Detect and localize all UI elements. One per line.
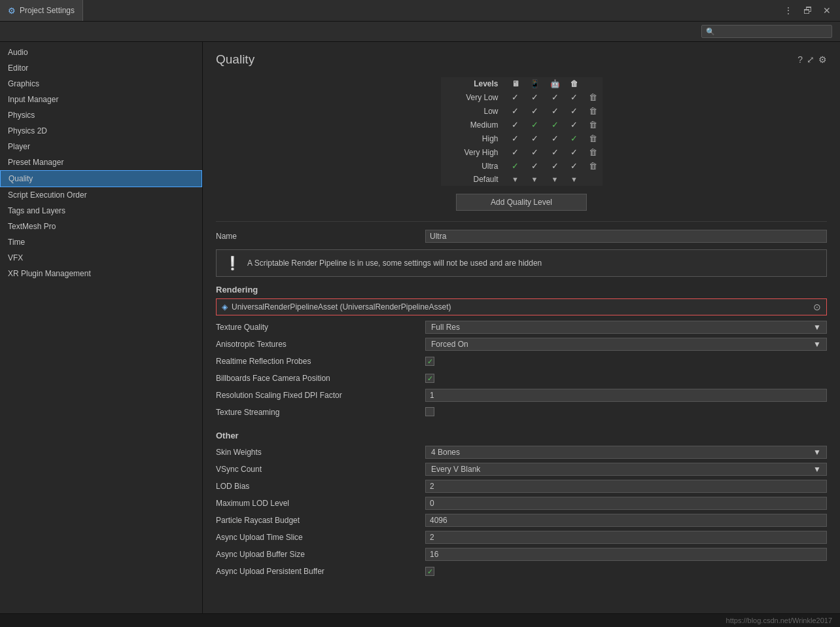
sidebar-item-preset-manager[interactable]: Preset Manager [0, 154, 202, 170]
name-input[interactable] [425, 230, 827, 243]
table-row: Medium✓✓✓✓🗑 [441, 118, 603, 132]
texture-streaming-value [425, 407, 827, 418]
texture-streaming-checkbox[interactable] [425, 407, 434, 416]
anisotropic-text: Forced On [431, 340, 468, 349]
search-wrap[interactable]: 🔍 [701, 25, 832, 38]
level-name: Medium [441, 118, 506, 132]
realtime-reflection-checkbox[interactable] [425, 357, 434, 366]
vsync-dropdown[interactable]: Every V Blank ▼ [425, 463, 827, 476]
sidebar-item-vfx[interactable]: VFX [0, 250, 202, 266]
table-row: Very High✓✓✓✓🗑 [441, 145, 603, 159]
sidebar-item-physics[interactable]: Physics [0, 107, 202, 123]
texture-streaming-label: Texture Streaming [216, 408, 425, 417]
default-arrow-2[interactable]: ▼ [531, 175, 538, 183]
anisotropic-value: Forced On ▼ [425, 338, 827, 351]
titlebar-tab[interactable]: ⚙ Project Settings [0, 0, 83, 21]
check-icon: ✓ [570, 106, 578, 116]
sidebar-item-textmesh[interactable]: TextMesh Pro [0, 219, 202, 234]
other-section-header: Other [216, 431, 827, 440]
check-icon: ✓ [570, 161, 578, 171]
sidebar-item-audio[interactable]: Audio [0, 45, 202, 60]
async-time-input[interactable] [425, 531, 827, 544]
skin-weights-dropdown[interactable]: 4 Bones ▼ [425, 446, 827, 459]
trash-icon[interactable]: 🗑 [589, 134, 597, 143]
settings-icon[interactable]: ⚙ [818, 54, 827, 65]
check-icon: ✓ [551, 92, 559, 102]
texture-quality-dropdown[interactable]: Full Res ▼ [425, 321, 827, 334]
sidebar-item-time[interactable]: Time [0, 234, 202, 250]
help-icon[interactable]: ? [797, 54, 803, 65]
default-arrow-3[interactable]: ▼ [551, 175, 559, 183]
render-asset-select-btn[interactable]: ⊙ [813, 302, 821, 312]
sidebar-item-quality[interactable]: Quality [0, 170, 202, 187]
sidebar-item-player[interactable]: Player [0, 139, 202, 154]
sidebar-item-physics-2d[interactable]: Physics 2D [0, 123, 202, 139]
particle-raycast-input[interactable] [425, 514, 827, 527]
check-icon: ✓ [551, 106, 559, 116]
realtime-reflection-row: Realtime Reflection Probes [216, 353, 827, 369]
async-persistent-checkbox[interactable] [425, 567, 434, 576]
platform-icon-ios: 📱 [525, 77, 545, 90]
search-input[interactable] [718, 27, 828, 36]
vsync-value: Every V Blank ▼ [425, 463, 827, 476]
trash-icon[interactable]: 🗑 [589, 147, 597, 157]
check-icon: ✓ [512, 161, 519, 171]
more-button[interactable]: ⋮ [780, 4, 797, 17]
render-pipeline-asset-row[interactable]: ◈ UniversalRenderPipelineAsset (Universa… [216, 298, 827, 315]
close-button[interactable]: ✕ [819, 4, 835, 17]
check-icon: ✓ [512, 147, 519, 157]
trash-icon[interactable]: 🗑 [589, 106, 597, 116]
billboards-row: Billboards Face Camera Position [216, 370, 827, 386]
default-arrow-1[interactable]: ▼ [512, 175, 519, 183]
check-icon: ✓ [531, 134, 538, 143]
expand-icon[interactable]: ⤢ [807, 54, 814, 65]
sidebar-item-editor[interactable]: Editor [0, 60, 202, 76]
check-icon: ✓ [531, 120, 538, 130]
check-icon: ✓ [570, 92, 578, 102]
sidebar-item-xr[interactable]: XR Plugin Management [0, 266, 202, 281]
lod-bias-input[interactable] [425, 480, 827, 493]
table-row: Ultra✓✓✓✓🗑 [441, 159, 603, 173]
texture-quality-row: Texture Quality Full Res ▼ [216, 319, 827, 335]
particle-raycast-value [425, 514, 827, 527]
billboards-checkbox[interactable] [425, 374, 434, 383]
vsync-row: VSync Count Every V Blank ▼ [216, 461, 827, 477]
default-arrow-4[interactable]: ▼ [570, 175, 578, 183]
lod-bias-label: LOD Bias [216, 482, 425, 491]
skin-weights-text: 4 Bones [431, 448, 460, 457]
sidebar-item-script-exec[interactable]: Script Execution Order [0, 187, 202, 203]
check-icon: ✓ [512, 120, 519, 130]
render-asset-icon: ◈ [222, 302, 228, 312]
check-icon: ✓ [570, 134, 578, 143]
name-label: Name [216, 232, 425, 241]
anisotropic-label: Anisotropic Textures [216, 340, 425, 349]
async-buffer-input[interactable] [425, 548, 827, 561]
max-lod-value [425, 497, 827, 510]
anisotropic-dropdown[interactable]: Forced On ▼ [425, 338, 827, 351]
trash-icon[interactable]: 🗑 [589, 92, 597, 102]
level-name: Very Low [441, 90, 506, 104]
resolution-scaling-input[interactable] [425, 389, 827, 402]
async-buffer-value [425, 548, 827, 561]
trash-icon[interactable]: 🗑 [589, 161, 597, 171]
async-time-value [425, 531, 827, 544]
resolution-scaling-row: Resolution Scaling Fixed DPI Factor [216, 387, 827, 403]
levels-label: Levels [441, 77, 506, 90]
max-lod-input[interactable] [425, 497, 827, 510]
billboards-value [425, 374, 827, 384]
level-name: High [441, 132, 506, 145]
trash-icon[interactable]: 🗑 [589, 120, 597, 130]
sidebar-item-graphics[interactable]: Graphics [0, 76, 202, 92]
check-icon: ✓ [531, 161, 538, 171]
async-buffer-label: Async Upload Buffer Size [216, 550, 425, 559]
skin-weights-value: 4 Bones ▼ [425, 446, 827, 459]
table-row: Very Low✓✓✓✓🗑 [441, 90, 603, 104]
sidebar-item-input-manager[interactable]: Input Manager [0, 92, 202, 107]
add-quality-button[interactable]: Add Quality Level [456, 194, 587, 211]
restore-button[interactable]: 🗗 [799, 4, 816, 17]
sidebar: Audio Editor Graphics Input Manager Phys… [0, 42, 203, 613]
lod-bias-row: LOD Bias [216, 478, 827, 494]
max-lod-label: Maximum LOD Level [216, 499, 425, 508]
sidebar-item-tags-layers[interactable]: Tags and Layers [0, 203, 202, 219]
resolution-scaling-value [425, 389, 827, 402]
